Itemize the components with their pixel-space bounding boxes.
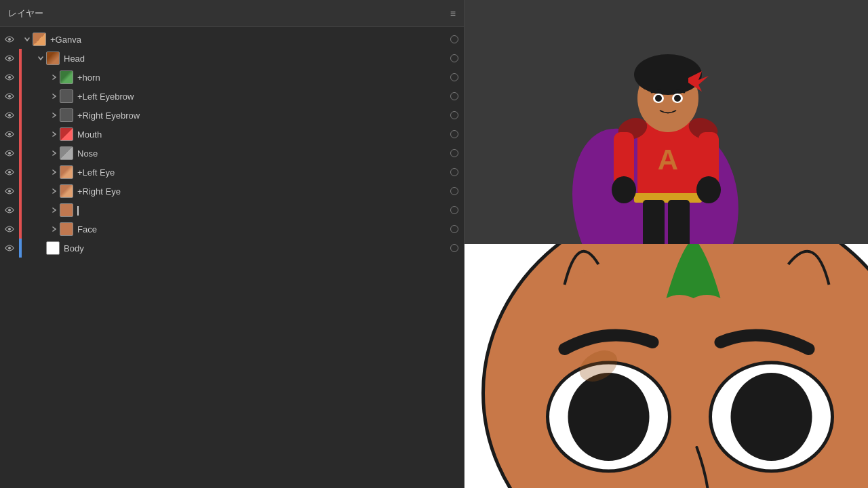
- svg-point-9: [8, 209, 11, 211]
- layer-thumb-right-eyebrow: [60, 108, 73, 122]
- expand-arrow-head[interactable]: [35, 56, 46, 61]
- circle-icon-left-eye: [450, 168, 458, 176]
- visibility-toggle-right-eye[interactable]: [0, 188, 19, 195]
- svg-point-2: [8, 76, 11, 79]
- layer-thumb-body: [46, 241, 60, 255]
- expand-arrow-left-eye[interactable]: [49, 169, 60, 175]
- layer-row-right-eyebrow[interactable]: +Right Eyebrow: [0, 106, 464, 125]
- layer-row-head[interactable]: Head: [0, 49, 464, 68]
- layer-name-face: Face: [77, 224, 445, 235]
- hamburger-menu-icon[interactable]: ≡: [450, 8, 456, 19]
- visibility-toggle-horn[interactable]: [0, 74, 19, 81]
- visibility-toggle-mouth[interactable]: [0, 131, 19, 138]
- line-indicator-right-eye: [19, 182, 22, 201]
- layer-circle-horn[interactable]: [445, 73, 464, 81]
- layer-name-right-eyebrow: +Right Eyebrow: [77, 110, 445, 121]
- circle-icon-body: [450, 244, 458, 252]
- visibility-toggle-left-eye[interactable]: [0, 169, 19, 176]
- svg-point-0: [8, 38, 11, 41]
- layer-row-nose[interactable]: Nose: [0, 144, 464, 163]
- layer-name-head: Head: [64, 54, 445, 64]
- line-indicator-face: [19, 220, 22, 239]
- line-indicator-head: [19, 49, 22, 68]
- layer-circle-left-eye[interactable]: [445, 168, 464, 176]
- circle-icon-nose: [450, 149, 458, 157]
- svg-point-1: [8, 57, 11, 60]
- svg-rect-27: [643, 200, 665, 244]
- visibility-toggle-nose[interactable]: [0, 150, 19, 157]
- layer-row-ganva[interactable]: +Ganva: [0, 30, 464, 49]
- svg-point-25: [612, 176, 636, 203]
- layers-list: +Ganva Head +horn +Left Eyebrow +Right E…: [0, 27, 464, 488]
- layer-row-horn[interactable]: +horn: [0, 68, 464, 87]
- circle-icon-left-eyebrow: [450, 92, 458, 100]
- layer-row-unknown[interactable]: [0, 201, 464, 220]
- visibility-toggle-face[interactable]: [0, 226, 19, 232]
- expand-arrow-unknown[interactable]: [49, 207, 60, 213]
- layer-row-left-eye[interactable]: +Left Eye: [0, 163, 464, 182]
- line-indicator-right-eyebrow: [19, 106, 22, 125]
- line-indicator-nose: [19, 144, 22, 163]
- circle-icon-unknown: [450, 206, 458, 214]
- layer-name-body: Body: [64, 243, 445, 253]
- line-indicator-left-eye: [19, 163, 22, 182]
- line-indicator-body: [19, 239, 22, 258]
- layer-thumb-nose: [60, 146, 73, 160]
- layer-name-left-eyebrow: +Left Eyebrow: [77, 92, 445, 102]
- layer-row-face[interactable]: Face: [0, 220, 464, 239]
- layer-name-left-eye: +Left Eye: [77, 167, 445, 178]
- svg-point-39: [568, 373, 650, 461]
- layer-thumb-head: [46, 52, 60, 65]
- expand-arrow-ganva[interactable]: [22, 37, 33, 42]
- layer-circle-mouth[interactable]: [445, 130, 464, 138]
- layer-row-mouth[interactable]: Mouth: [0, 125, 464, 144]
- layer-thumb-left-eyebrow: [60, 89, 73, 103]
- circle-icon-ganva: [450, 35, 458, 43]
- circle-icon-right-eye: [450, 187, 458, 195]
- expand-arrow-left-eyebrow[interactable]: [49, 94, 60, 99]
- expand-arrow-nose[interactable]: [49, 150, 60, 156]
- visibility-toggle-unknown[interactable]: [0, 207, 19, 214]
- visibility-toggle-ganva[interactable]: [0, 36, 19, 43]
- svg-point-41: [731, 373, 812, 461]
- layer-row-body[interactable]: Body: [0, 239, 464, 258]
- expand-arrow-mouth[interactable]: [49, 131, 60, 137]
- layer-circle-right-eye[interactable]: [445, 187, 464, 195]
- layer-thumb-right-eye: [60, 184, 73, 198]
- layer-row-left-eyebrow[interactable]: +Left Eyebrow: [0, 87, 464, 106]
- svg-point-10: [8, 228, 11, 230]
- svg-point-5: [8, 133, 11, 136]
- layer-circle-body[interactable]: [445, 244, 464, 252]
- circle-icon-right-eyebrow: [450, 111, 458, 119]
- visibility-toggle-body[interactable]: [0, 245, 19, 251]
- layer-thumb-left-eye: [60, 165, 73, 179]
- svg-point-6: [8, 152, 11, 155]
- line-indicator-mouth: [19, 125, 22, 144]
- layer-circle-right-eyebrow[interactable]: [445, 111, 464, 119]
- circle-icon-face: [450, 225, 458, 233]
- circle-icon-mouth: [450, 130, 458, 138]
- visibility-toggle-right-eyebrow[interactable]: [0, 112, 19, 119]
- visibility-toggle-head[interactable]: [0, 55, 19, 62]
- svg-point-34: [674, 95, 681, 102]
- preview-panel: A: [465, 0, 868, 488]
- layer-thumb-horn: [60, 70, 73, 84]
- layer-circle-face[interactable]: [445, 225, 464, 233]
- layer-circle-ganva[interactable]: [445, 35, 464, 43]
- expand-arrow-face[interactable]: [49, 226, 60, 232]
- layer-circle-nose[interactable]: [445, 149, 464, 157]
- svg-point-19: [634, 54, 702, 95]
- svg-point-33: [655, 95, 662, 102]
- svg-point-7: [8, 171, 11, 174]
- layer-circle-left-eyebrow[interactable]: [445, 92, 464, 100]
- svg-point-3: [8, 95, 11, 98]
- layer-circle-head[interactable]: [445, 54, 464, 62]
- expand-arrow-right-eyebrow[interactable]: [49, 113, 60, 118]
- expand-arrow-horn[interactable]: [49, 75, 60, 80]
- circle-icon-head: [450, 54, 458, 62]
- layer-row-right-eye[interactable]: +Right Eye: [0, 182, 464, 201]
- layer-circle-unknown[interactable]: [445, 206, 464, 214]
- layer-name-ganva: +Ganva: [50, 35, 445, 45]
- visibility-toggle-left-eyebrow[interactable]: [0, 93, 19, 100]
- expand-arrow-right-eye[interactable]: [49, 188, 60, 194]
